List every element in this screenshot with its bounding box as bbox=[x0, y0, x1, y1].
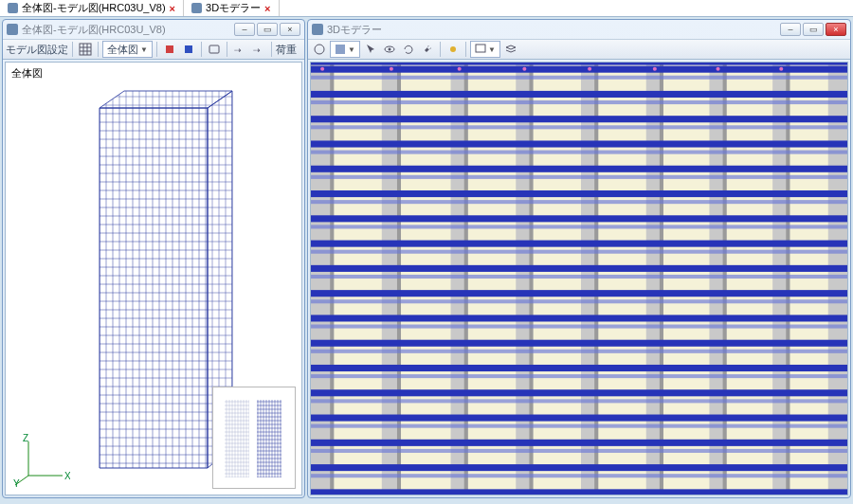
grid-toggle-button[interactable] bbox=[77, 41, 94, 58]
svg-rect-68 bbox=[311, 225, 847, 228]
cursor-button[interactable] bbox=[362, 41, 379, 58]
model-viewport[interactable]: 全体図 X Z Y bbox=[5, 62, 302, 495]
tab-label: 全体図-モデル図(HRC03U_V8) bbox=[22, 1, 166, 15]
svg-rect-53 bbox=[311, 290, 847, 297]
svg-rect-76 bbox=[311, 424, 847, 428]
svg-rect-58 bbox=[311, 415, 847, 422]
eye-button[interactable] bbox=[381, 41, 398, 58]
svg-text:⇢: ⇢ bbox=[253, 45, 261, 55]
close-button[interactable]: × bbox=[280, 23, 300, 36]
svg-rect-62 bbox=[311, 76, 847, 80]
svg-rect-75 bbox=[311, 399, 847, 403]
tab-3d-modeler[interactable]: 3Dモデラー × bbox=[184, 0, 280, 16]
svg-rect-51 bbox=[311, 241, 847, 247]
svg-rect-2 bbox=[185, 45, 192, 53]
svg-rect-60 bbox=[311, 464, 847, 471]
annotation-toggle-button[interactable] bbox=[161, 41, 178, 58]
window-title: 3Dモデラー bbox=[327, 23, 382, 37]
wrench-button[interactable] bbox=[419, 41, 436, 58]
render-mode-dropdown[interactable]: ▼ bbox=[330, 41, 360, 58]
axis-triad: X Z Y bbox=[13, 434, 70, 487]
minimize-button[interactable]: – bbox=[780, 23, 801, 36]
svg-rect-17 bbox=[257, 400, 281, 477]
titlebar-right: 3Dモデラー – ▭ × bbox=[308, 20, 850, 39]
chevron-down-icon: ▼ bbox=[140, 45, 148, 54]
display-dropdown[interactable]: ▼ bbox=[470, 41, 500, 58]
svg-point-81 bbox=[458, 67, 462, 71]
layers-button[interactable] bbox=[502, 41, 519, 58]
svg-point-22 bbox=[450, 46, 456, 52]
svg-rect-73 bbox=[311, 350, 847, 353]
svg-rect-54 bbox=[311, 315, 847, 321]
svg-point-21 bbox=[388, 48, 390, 51]
svg-point-85 bbox=[717, 67, 720, 71]
svg-point-18 bbox=[315, 45, 324, 54]
sun-button[interactable] bbox=[445, 41, 462, 58]
svg-rect-23 bbox=[476, 45, 485, 52]
separator bbox=[98, 42, 99, 57]
tag-button[interactable] bbox=[206, 41, 223, 58]
svg-point-79 bbox=[320, 67, 324, 71]
document-tabstrip: 全体図-モデル図(HRC03U_V8) × 3Dモデラー × bbox=[0, 0, 853, 17]
toolbar-right: ▼ ▼ bbox=[308, 39, 850, 60]
model-settings-label[interactable]: モデル図設定 bbox=[6, 43, 68, 57]
3d-render bbox=[311, 63, 847, 495]
separator bbox=[465, 42, 466, 57]
view-dropdown[interactable]: 全体図 ▼ bbox=[102, 41, 153, 58]
svg-rect-64 bbox=[311, 125, 847, 129]
svg-point-84 bbox=[653, 67, 657, 71]
svg-rect-65 bbox=[311, 151, 847, 154]
svg-rect-47 bbox=[311, 140, 847, 147]
maximize-button[interactable]: ▭ bbox=[803, 23, 824, 36]
svg-rect-42 bbox=[311, 63, 847, 65]
close-button[interactable]: × bbox=[826, 23, 846, 36]
separator bbox=[72, 42, 73, 57]
svg-rect-1 bbox=[166, 45, 173, 53]
3d-viewport[interactable] bbox=[310, 62, 848, 495]
document-icon bbox=[8, 3, 18, 13]
dim-tag-button[interactable]: ⇢ bbox=[250, 41, 267, 58]
separator bbox=[227, 42, 227, 57]
svg-rect-66 bbox=[311, 175, 847, 179]
chevron-down-icon: ▼ bbox=[348, 45, 355, 54]
maximize-button[interactable]: ▭ bbox=[257, 23, 278, 36]
pane-3d-modeler: 3Dモデラー – ▭ × ▼ ▼ bbox=[307, 19, 851, 498]
svg-text:⇢: ⇢ bbox=[234, 45, 242, 55]
viewport-label: 全体図 bbox=[11, 66, 43, 81]
svg-rect-45 bbox=[311, 91, 847, 98]
toolbar-left: モデル図設定 全体図 ▼ ⇢ ⇢ 荷重 bbox=[3, 39, 304, 60]
separator bbox=[201, 42, 202, 57]
svg-text:Y: Y bbox=[13, 478, 20, 487]
document-icon bbox=[312, 24, 323, 35]
minimap[interactable] bbox=[212, 387, 296, 489]
separator bbox=[156, 42, 157, 57]
minimap-content bbox=[221, 394, 287, 481]
svg-rect-67 bbox=[311, 200, 847, 204]
pane-model-view: 全体図-モデル図(HRC03U_V8) – ▭ × モデル図設定 全体図 ▼ ⇢ bbox=[2, 19, 305, 498]
weight-label[interactable]: 荷重 bbox=[276, 43, 297, 57]
svg-rect-69 bbox=[311, 250, 847, 254]
dim-button[interactable]: ⇢ bbox=[231, 41, 248, 58]
member-color-button[interactable] bbox=[180, 41, 197, 58]
separator bbox=[271, 42, 272, 57]
orbit-button[interactable] bbox=[311, 41, 328, 58]
svg-point-80 bbox=[390, 67, 393, 71]
svg-marker-7 bbox=[100, 108, 208, 468]
svg-rect-72 bbox=[311, 325, 847, 329]
svg-rect-0 bbox=[80, 44, 91, 55]
svg-text:Z: Z bbox=[23, 434, 28, 443]
rotate-button[interactable] bbox=[400, 41, 417, 58]
document-icon bbox=[7, 24, 18, 35]
svg-rect-49 bbox=[311, 190, 847, 197]
svg-rect-16 bbox=[225, 400, 249, 477]
svg-rect-78 bbox=[311, 474, 847, 477]
svg-rect-46 bbox=[311, 116, 847, 122]
svg-rect-56 bbox=[311, 365, 847, 371]
tab-whole-model[interactable]: 全体図-モデル図(HRC03U_V8) × bbox=[0, 0, 184, 16]
svg-rect-74 bbox=[311, 374, 847, 378]
minimize-button[interactable]: – bbox=[234, 23, 255, 36]
svg-rect-59 bbox=[311, 440, 847, 446]
close-icon[interactable]: × bbox=[170, 3, 175, 14]
svg-rect-70 bbox=[311, 275, 847, 279]
close-icon[interactable]: × bbox=[264, 3, 270, 14]
